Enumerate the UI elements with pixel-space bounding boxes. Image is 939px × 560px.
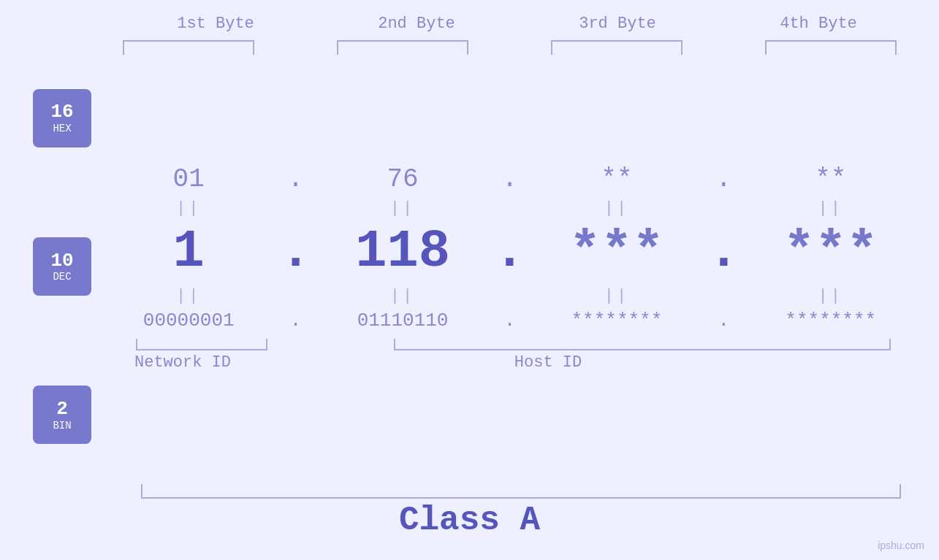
- bin-b4: ********: [785, 310, 876, 331]
- hex-value-row: 01 . 76 . ** . **: [102, 164, 917, 194]
- data-column: 01 . 76 . ** . **: [102, 161, 939, 372]
- byte1-label: 1st Byte: [135, 15, 296, 33]
- dec-dot1-text: .: [280, 222, 311, 282]
- bin-badge-base: BIN: [53, 420, 71, 431]
- dec-dot2-text: .: [494, 222, 525, 282]
- dec-b2-cell: 118: [322, 222, 483, 282]
- bin-b3-cell: ********: [536, 310, 697, 331]
- hex-dot1-text: .: [288, 164, 304, 194]
- network-bracket-cell: [121, 339, 282, 350]
- top-brackets: [0, 40, 939, 55]
- eq2-4: ||: [750, 287, 911, 305]
- bracket-4: [765, 40, 897, 55]
- dec-b1-cell: 1: [108, 222, 269, 282]
- hex-badge-num: 16: [50, 101, 73, 123]
- host-bracket: [394, 339, 891, 350]
- dec-b3-cell: ***: [536, 222, 697, 282]
- dec-badge: 10 DEC: [33, 237, 91, 296]
- class-label: Class A: [399, 502, 540, 540]
- bin-b1: 00000001: [143, 310, 235, 331]
- dec-value-row: 1 . 118 . *** . ***: [102, 222, 917, 282]
- class-bracket: [141, 484, 901, 499]
- network-id-label: Network ID: [134, 353, 231, 372]
- dec-dot3-text: .: [708, 222, 740, 282]
- watermark: ipshu.com: [878, 540, 924, 551]
- dec-b2: 118: [355, 222, 450, 282]
- equals-row-2: || || || ||: [102, 285, 917, 307]
- eq2-1: ||: [108, 287, 269, 305]
- bin-value-row: 00000001 . 01110110 . ******** .: [102, 310, 917, 331]
- bin-dot3: .: [709, 310, 738, 331]
- bin-dot3-text: .: [718, 310, 730, 331]
- dec-dot3: .: [709, 222, 738, 282]
- bottom-brackets: [102, 339, 917, 350]
- hex-b4: **: [815, 164, 846, 194]
- eq2-3: ||: [536, 287, 697, 305]
- eq1-1: ||: [108, 199, 269, 218]
- byte3-label: 3rd Byte: [537, 15, 698, 33]
- bin-badge: 2 BIN: [33, 386, 91, 444]
- hex-dot3: .: [709, 164, 738, 194]
- main-area: 16 HEX 10 DEC 2 BIN 01 .: [0, 55, 939, 478]
- dec-dot2: .: [495, 222, 524, 282]
- equals-row-1: || || || ||: [102, 197, 917, 219]
- bin-dot2-text: .: [504, 310, 516, 331]
- eq1-3: ||: [536, 199, 697, 218]
- hex-dot1: .: [281, 164, 311, 194]
- header-row: 1st Byte 2nd Byte 3rd Byte 4th Byte: [115, 15, 919, 33]
- hex-b4-cell: **: [750, 164, 911, 194]
- eq1-2: ||: [322, 199, 483, 218]
- hex-dot2: .: [495, 164, 524, 194]
- network-id-label-cell: Network ID: [102, 353, 263, 372]
- dec-b4: ***: [783, 222, 878, 282]
- dec-b4-cell: ***: [750, 222, 911, 282]
- host-bracket-cell: [387, 339, 898, 350]
- bin-b4-cell: ********: [750, 310, 911, 331]
- hex-badge-base: HEX: [53, 123, 71, 134]
- hex-b3: **: [601, 164, 632, 194]
- bin-dot1-text: .: [290, 310, 302, 331]
- hex-b2: 76: [387, 164, 418, 194]
- hex-b1: 01: [173, 164, 205, 194]
- bracket-2: [337, 40, 468, 55]
- hex-dot2-text: .: [502, 164, 518, 194]
- bin-b2-cell: 01110110: [322, 310, 483, 331]
- bracket-cell-3: [536, 40, 697, 55]
- network-bracket: [136, 339, 267, 350]
- dec-badge-num: 10: [50, 250, 73, 272]
- eq1-4: ||: [750, 199, 911, 218]
- host-id-label: Host ID: [514, 353, 582, 372]
- id-labels: Network ID Host ID: [102, 353, 917, 372]
- bin-badge-num: 2: [56, 399, 68, 420]
- bracket-cell-4: [750, 40, 911, 55]
- hex-dot3-text: .: [716, 164, 732, 194]
- bracket-3: [551, 40, 683, 55]
- bin-b2: 01110110: [357, 310, 449, 331]
- class-section: Class A: [0, 484, 939, 540]
- bracket-cell-1: [108, 40, 269, 55]
- badge-column: 16 HEX 10 DEC 2 BIN: [0, 55, 102, 478]
- bracket-1: [123, 40, 254, 55]
- hex-b1-cell: 01: [108, 164, 269, 194]
- dec-dot1: .: [281, 222, 311, 282]
- bin-b3: ********: [571, 310, 662, 331]
- hex-b3-cell: **: [536, 164, 697, 194]
- eq2-2: ||: [322, 287, 483, 305]
- byte2-label: 2nd Byte: [336, 15, 497, 33]
- hex-b2-cell: 76: [322, 164, 483, 194]
- bin-dot2: .: [495, 310, 524, 331]
- host-id-label-cell: Host ID: [292, 353, 804, 372]
- dec-badge-base: DEC: [53, 271, 71, 283]
- main-container: 1st Byte 2nd Byte 3rd Byte 4th Byte 16 H…: [0, 0, 939, 560]
- dec-b3: ***: [569, 222, 664, 282]
- bracket-cell-2: [322, 40, 483, 55]
- bin-b1-cell: 00000001: [108, 310, 269, 331]
- byte4-label: 4th Byte: [738, 15, 899, 33]
- bin-dot1: .: [281, 310, 311, 331]
- hex-badge: 16 HEX: [33, 89, 91, 147]
- dec-b1: 1: [173, 222, 205, 282]
